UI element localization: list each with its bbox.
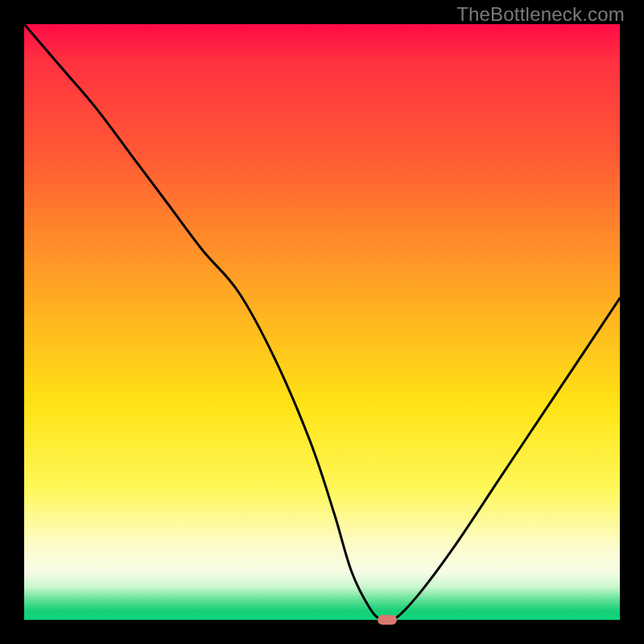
- bottleneck-curve: [24, 24, 620, 620]
- bottleneck-marker: [378, 615, 397, 625]
- chart-frame: TheBottleneck.com: [0, 0, 644, 644]
- watermark-text: TheBottleneck.com: [456, 3, 625, 26]
- plot-area: [24, 24, 620, 620]
